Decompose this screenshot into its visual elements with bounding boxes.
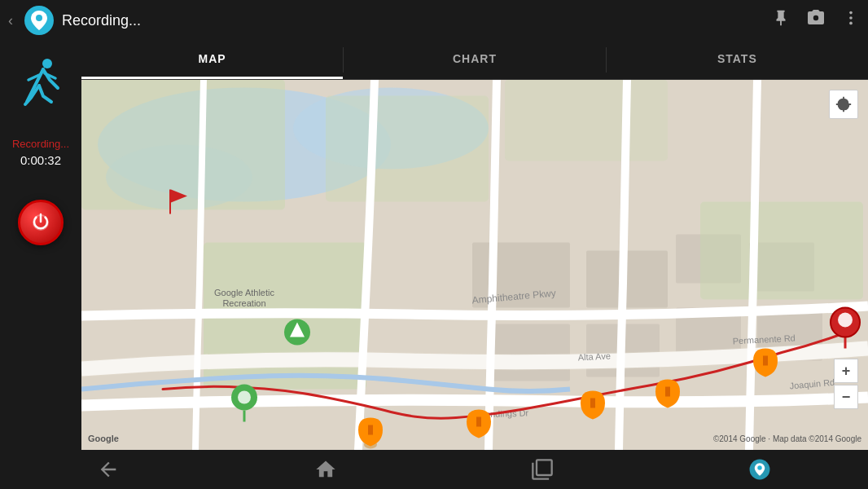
svg-point-42 <box>757 465 761 469</box>
svg-point-2 <box>849 11 853 15</box>
location-button[interactable] <box>829 90 858 119</box>
svg-point-37 <box>838 313 853 328</box>
right-content: MAP CHART STATS <box>81 41 868 450</box>
pin-icon[interactable] <box>772 9 790 32</box>
svg-rect-25 <box>700 202 863 300</box>
stop-button[interactable] <box>18 200 64 245</box>
svg-text:Google Athletic: Google Athletic <box>214 288 274 297</box>
svg-rect-10 <box>81 80 285 210</box>
nav-home-button[interactable] <box>314 458 337 481</box>
tabs: MAP CHART STATS <box>81 41 868 80</box>
map-attribution: ©2014 Google · Map data ©2014 Google <box>713 434 861 443</box>
menu-icon[interactable] <box>842 9 860 32</box>
nav-app-button[interactable] <box>748 458 771 481</box>
zoom-in-button[interactable]: + <box>834 359 858 383</box>
map-controls: + − <box>834 359 858 409</box>
back-arrow: ‹ <box>8 12 13 29</box>
bottom-nav <box>0 450 868 489</box>
camera-icon[interactable] <box>806 8 826 33</box>
tab-stats[interactable]: STATS <box>607 41 868 79</box>
svg-point-3 <box>849 16 853 20</box>
svg-point-1 <box>36 15 42 21</box>
nav-back-button[interactable] <box>97 458 120 481</box>
recording-time: 0:00:32 <box>20 153 61 167</box>
top-bar-right <box>772 8 860 33</box>
tab-map[interactable]: MAP <box>81 41 343 79</box>
svg-point-34 <box>238 391 251 404</box>
running-icon <box>19 57 64 113</box>
svg-rect-12 <box>505 80 668 161</box>
sidebar: Recording... 0:00:32 <box>0 41 81 450</box>
recording-label: Recording... <box>12 138 69 150</box>
svg-text:Alta Ave: Alta Ave <box>577 350 611 362</box>
top-bar-left: ‹ Recording... <box>8 6 772 35</box>
top-bar: ‹ Recording... <box>0 0 868 41</box>
svg-rect-32 <box>169 190 171 214</box>
app-icon <box>24 6 54 35</box>
svg-rect-20 <box>489 324 570 381</box>
svg-text:Recreation: Recreation <box>222 298 265 308</box>
nav-recents-button[interactable] <box>531 458 554 481</box>
svg-point-5 <box>42 59 52 68</box>
zoom-out-button[interactable]: − <box>834 385 858 409</box>
main-content: Recording... 0:00:32 MAP CHART STATS <box>0 41 868 450</box>
app-title: Recording... <box>62 12 141 29</box>
svg-rect-11 <box>326 96 489 202</box>
svg-point-4 <box>849 22 853 25</box>
map-container[interactable]: Google Athletic Recreation Field Park <box>81 80 868 450</box>
google-logo: Google <box>88 434 119 443</box>
map-svg: Google Athletic Recreation Field Park <box>81 80 868 450</box>
tab-chart[interactable]: CHART <box>344 41 605 79</box>
